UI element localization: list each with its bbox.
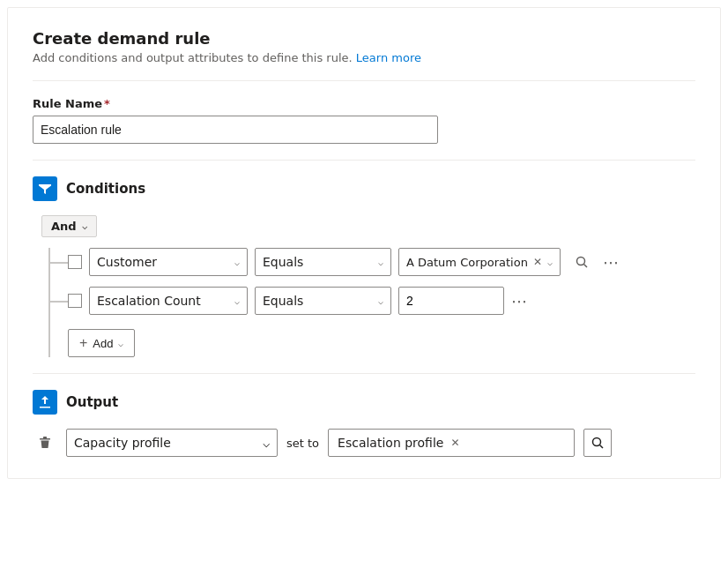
output-search-button[interactable] <box>583 429 612 457</box>
output-field-chevron-icon: ⌵ <box>263 436 270 450</box>
add-plus-icon: + <box>79 335 87 351</box>
condition-1-value-text: A Datum Corporation <box>406 256 528 269</box>
output-value-text: Escalation profile <box>338 436 443 450</box>
condition-1-value-close-icon[interactable]: ✕ <box>533 256 542 268</box>
condition-1-checkbox[interactable] <box>68 255 82 269</box>
condition-1-search-button[interactable] <box>568 248 596 276</box>
svg-rect-3 <box>43 437 47 438</box>
svg-rect-4 <box>40 438 50 440</box>
condition-2-more-button[interactable]: ⋯ <box>511 292 528 310</box>
conditions-header: Conditions <box>33 176 695 201</box>
conditions-area: And ⌵ Customer ⌵ Equals ⌵ <box>33 215 695 357</box>
condition-2-operator-dropdown[interactable]: Equals ⌵ <box>255 287 391 315</box>
add-condition-button[interactable]: + Add ⌵ <box>68 329 135 357</box>
output-title: Output <box>66 394 118 410</box>
condition-2-checkbox[interactable] <box>68 294 82 308</box>
condition-2-field-chevron-icon: ⌵ <box>234 296 240 306</box>
and-dropdown[interactable]: And ⌵ <box>41 215 97 237</box>
condition-2-field-dropdown[interactable]: Escalation Count ⌵ <box>89 287 248 315</box>
output-header: Output <box>33 390 695 415</box>
rule-name-label: Rule Name* <box>33 97 695 110</box>
condition-2-field-label: Escalation Count <box>97 294 201 308</box>
condition-1-operator-label: Equals <box>263 255 303 269</box>
conditions-section: Conditions And ⌵ Customer ⌵ Equals <box>33 176 695 357</box>
svg-point-5 <box>593 438 601 446</box>
page-header: Create demand rule Add conditions and ou… <box>33 29 695 64</box>
output-field-dropdown[interactable]: Capacity profile ⌵ <box>66 429 278 457</box>
required-indicator: * <box>104 97 110 110</box>
add-chevron-icon: ⌵ <box>118 339 123 348</box>
svg-line-6 <box>600 445 604 449</box>
output-row: Capacity profile ⌵ set to Escalation pro… <box>33 429 695 457</box>
output-value-close-icon[interactable]: ✕ <box>450 437 459 449</box>
divider-3 <box>33 373 695 374</box>
rule-name-section: Rule Name* <box>33 97 695 144</box>
page-container: Create demand rule Add conditions and ou… <box>7 7 721 479</box>
output-icon <box>33 390 57 415</box>
condition-1-field-label: Customer <box>97 255 157 269</box>
condition-2-value-input[interactable] <box>398 287 504 315</box>
conditions-title: Conditions <box>66 181 145 197</box>
output-field-label: Capacity profile <box>74 436 171 450</box>
page-title: Create demand rule <box>33 29 695 48</box>
output-value-tag[interactable]: Escalation profile ✕ <box>328 429 575 457</box>
condition-2-operator-label: Equals <box>263 294 303 308</box>
divider-1 <box>33 80 695 81</box>
condition-1-more-button[interactable]: ⋯ <box>603 253 620 272</box>
divider-2 <box>33 160 695 161</box>
condition-row-1: Customer ⌵ Equals ⌵ A Datum Corporation … <box>50 248 695 276</box>
and-chevron-icon: ⌵ <box>82 221 87 231</box>
rule-name-input[interactable] <box>33 116 438 144</box>
condition-2-operator-chevron-icon: ⌵ <box>378 296 383 306</box>
svg-rect-2 <box>40 407 50 408</box>
svg-line-1 <box>584 265 588 268</box>
conditions-tree: Customer ⌵ Equals ⌵ A Datum Corporation … <box>48 248 695 357</box>
condition-1-operator-dropdown[interactable]: Equals ⌵ <box>255 248 391 276</box>
output-section: Output Capacity profile ⌵ set to Escalat… <box>33 390 695 457</box>
learn-more-link[interactable]: Learn more <box>356 51 421 64</box>
set-to-label: set to <box>286 437 319 450</box>
condition-1-value-tag[interactable]: A Datum Corporation ✕ ⌵ <box>398 248 561 276</box>
conditions-icon <box>33 176 57 201</box>
output-delete-button[interactable] <box>33 430 57 455</box>
condition-1-field-chevron-icon: ⌵ <box>234 258 240 267</box>
svg-point-0 <box>577 258 585 265</box>
condition-row-2: Escalation Count ⌵ Equals ⌵ ⋯ <box>50 287 695 315</box>
condition-1-field-dropdown[interactable]: Customer ⌵ <box>89 248 248 276</box>
condition-1-value-chevron-icon: ⌵ <box>547 258 553 267</box>
condition-1-operator-chevron-icon: ⌵ <box>378 258 383 267</box>
page-subtitle: Add conditions and output attributes to … <box>33 51 695 64</box>
